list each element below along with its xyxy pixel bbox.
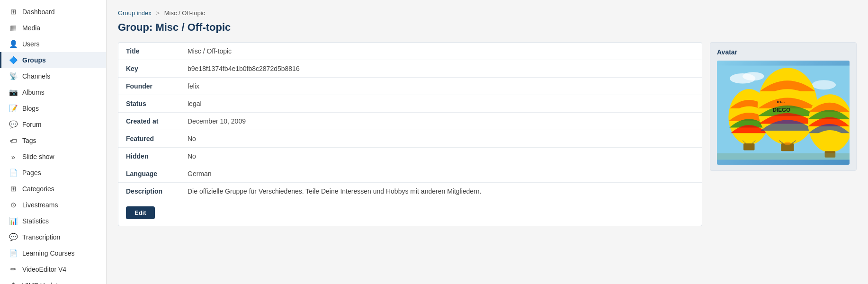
- categories-icon: ⊞: [9, 185, 18, 193]
- field-label: Hidden: [118, 148, 180, 165]
- tags-icon: 🏷: [9, 136, 18, 145]
- field-label: Status: [118, 95, 180, 113]
- sidebar-item-tags[interactable]: 🏷Tags: [0, 133, 106, 149]
- sidebar-label-tags: Tags: [22, 137, 36, 144]
- table-row: DescriptionDie offizielle Gruppe für Ver…: [118, 183, 702, 200]
- sidebar-item-dashboard[interactable]: ⊞Dashboard: [0, 4, 106, 20]
- sidebar-item-media[interactable]: ▦Media: [0, 20, 106, 36]
- blogs-icon: 📝: [9, 104, 18, 113]
- sidebar-item-learning-courses[interactable]: 📄Learning Courses: [0, 245, 106, 261]
- svg-text:DIEGO: DIEGO: [772, 106, 790, 113]
- sidebar-label-videoeditor: VideoEditor V4: [22, 266, 66, 273]
- sidebar-label-vimp-update: VIMP Update: [22, 282, 62, 284]
- field-value: December 10, 2009: [180, 113, 702, 130]
- sidebar-item-slideshow[interactable]: »Slide show: [0, 149, 106, 165]
- field-label: Language: [118, 165, 180, 183]
- table-row: Created atDecember 10, 2009: [118, 113, 702, 130]
- table-row: TitleMisc / Off-topic: [118, 43, 702, 60]
- users-icon: 👤: [9, 40, 18, 48]
- group-info-table: TitleMisc / Off-topicKeyb9e18f1374fb4e1b…: [118, 43, 702, 200]
- edit-btn-row: Edit: [118, 200, 702, 226]
- table-row: HiddenNo: [118, 148, 702, 165]
- groups-icon: 🔷: [9, 56, 18, 64]
- edit-button[interactable]: Edit: [126, 206, 155, 219]
- main-content: Group index > Misc / Off-topic Group: Mi…: [107, 0, 868, 284]
- breadcrumb-separator: >: [156, 9, 160, 17]
- sidebar-item-videoeditor[interactable]: ✏VideoEditor V4: [0, 261, 106, 277]
- vimp-update-icon: ⬆: [9, 281, 18, 284]
- table-row: LanguageGerman: [118, 165, 702, 183]
- breadcrumb-group-index[interactable]: Group index: [118, 9, 152, 17]
- field-value: No: [180, 148, 702, 165]
- sidebar-item-statistics[interactable]: 📊Statistics: [0, 213, 106, 229]
- dashboard-icon: ⊞: [9, 8, 18, 16]
- field-label: Title: [118, 43, 180, 60]
- breadcrumb: Group index > Misc / Off-topic: [118, 9, 857, 17]
- sidebar-label-slideshow: Slide show: [22, 153, 54, 160]
- field-value: Misc / Off-topic: [180, 43, 702, 60]
- breadcrumb-current: Misc / Off-topic: [164, 9, 205, 17]
- field-label: Key: [118, 60, 180, 78]
- sidebar-label-learning-courses: Learning Courses: [22, 249, 75, 257]
- svg-point-2: [743, 72, 764, 80]
- avatar-image: in... DIEGO: [717, 61, 850, 165]
- field-value: German: [180, 165, 702, 183]
- sidebar-item-forum[interactable]: 💬Forum: [0, 116, 106, 133]
- sidebar-label-livestreams: Livestreams: [22, 201, 58, 209]
- svg-rect-5: [743, 143, 754, 150]
- sidebar: ⊞Dashboard▦Media👤Users🔷Groups📡Channels📷A…: [0, 0, 107, 284]
- balloon-svg: in... DIEGO: [717, 61, 850, 165]
- field-value: b9e18f1374fb4e1b0fb8c2872d5b8816: [180, 60, 702, 78]
- livestreams-icon: ⊙: [9, 201, 18, 209]
- videoeditor-icon: ✏: [9, 265, 18, 274]
- avatar-label: Avatar: [717, 48, 850, 56]
- svg-point-17: [784, 142, 791, 145]
- avatar-image-container: in... DIEGO: [717, 61, 850, 165]
- slideshow-icon: »: [9, 152, 18, 161]
- field-label: Created at: [118, 113, 180, 130]
- sidebar-label-pages: Pages: [22, 169, 41, 177]
- sidebar-item-blogs[interactable]: 📝Blogs: [0, 100, 106, 116]
- sidebar-label-channels: Channels: [22, 72, 50, 80]
- sidebar-label-statistics: Statistics: [22, 217, 49, 225]
- sidebar-item-channels[interactable]: 📡Channels: [0, 68, 106, 84]
- table-row: Founderfelix: [118, 78, 702, 95]
- sidebar-label-groups: Groups: [22, 56, 46, 64]
- group-info-card: TitleMisc / Off-topicKeyb9e18f1374fb4e1b…: [118, 42, 702, 226]
- svg-text:in...: in...: [777, 99, 785, 104]
- table-row: Keyb9e18f1374fb4e1b0fb8c2872d5b8816: [118, 60, 702, 78]
- avatar-card: Avatar: [710, 42, 857, 171]
- sidebar-label-dashboard: Dashboard: [22, 8, 55, 16]
- statistics-icon: 📊: [9, 217, 18, 225]
- page-title: Group: Misc / Off-topic: [118, 21, 857, 34]
- pages-icon: 📄: [9, 169, 18, 177]
- media-icon: ▦: [9, 24, 18, 32]
- field-value: legal: [180, 95, 702, 113]
- sidebar-item-categories[interactable]: ⊞Categories: [0, 181, 106, 197]
- channels-icon: 📡: [9, 72, 18, 80]
- sidebar-label-albums: Albums: [22, 89, 45, 96]
- forum-icon: 💬: [9, 120, 18, 129]
- svg-point-3: [812, 80, 836, 89]
- transcription-icon: 💬: [9, 233, 18, 241]
- albums-icon: 📷: [9, 88, 18, 97]
- sidebar-item-pages[interactable]: 📄Pages: [0, 165, 106, 181]
- sidebar-label-media: Media: [22, 24, 40, 32]
- field-value: No: [180, 130, 702, 148]
- content-row: TitleMisc / Off-topicKeyb9e18f1374fb4e1b…: [118, 42, 857, 226]
- learning-courses-icon: 📄: [9, 249, 18, 257]
- sidebar-item-vimp-update[interactable]: ⬆VIMP Update: [0, 277, 106, 284]
- field-label: Featured: [118, 130, 180, 148]
- sidebar-item-groups[interactable]: 🔷Groups: [0, 52, 106, 68]
- field-label: Description: [118, 183, 180, 200]
- sidebar-item-users[interactable]: 👤Users: [0, 36, 106, 52]
- sidebar-item-albums[interactable]: 📷Albums: [0, 84, 106, 100]
- field-value: felix: [180, 78, 702, 95]
- field-label: Founder: [118, 78, 180, 95]
- field-value: Die offizielle Gruppe für Verschiedenes.…: [180, 183, 702, 200]
- svg-rect-16: [717, 153, 850, 160]
- sidebar-item-transcription[interactable]: 💬Transcription: [0, 229, 106, 245]
- table-row: Statuslegal: [118, 95, 702, 113]
- sidebar-item-livestreams[interactable]: ⊙Livestreams: [0, 197, 106, 213]
- sidebar-label-forum: Forum: [22, 121, 41, 128]
